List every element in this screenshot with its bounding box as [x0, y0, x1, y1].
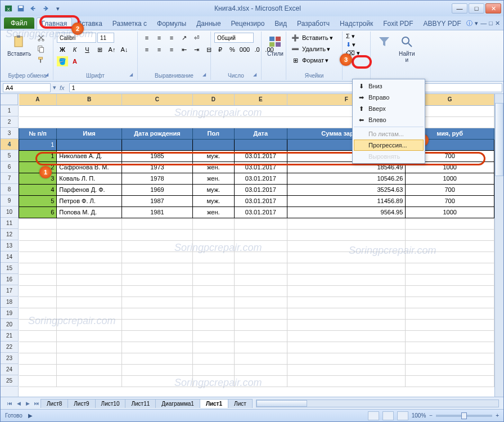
cell[interactable] — [287, 274, 406, 285]
cell[interactable]: 6 — [19, 206, 57, 218]
help-icon[interactable]: ⓘ — [466, 19, 472, 28]
cell[interactable]: 4 — [19, 184, 57, 195]
wrap-button[interactable]: ⏎ — [191, 33, 202, 43]
header-cell[interactable]: Имя — [57, 128, 122, 139]
sheet-tab[interactable]: Лист10 — [95, 399, 126, 408]
save-button[interactable] — [15, 3, 26, 14]
header-cell[interactable]: Дата рождения — [122, 128, 192, 139]
cell[interactable]: жен. — [192, 173, 234, 184]
row-header[interactable]: 19 — [1, 308, 18, 319]
cell[interactable] — [406, 240, 494, 252]
cell[interactable] — [192, 139, 234, 150]
sheet-nav-prev[interactable]: ◀ — [14, 401, 23, 406]
sheet-tab[interactable]: Диаграмма1 — [155, 399, 200, 408]
format-cells-button[interactable]: ⊞Формат ▾ — [290, 55, 328, 65]
cell[interactable] — [234, 308, 287, 319]
cell[interactable] — [57, 297, 122, 308]
col-header[interactable]: C — [122, 94, 192, 105]
sheet-nav-first[interactable]: ⏮ — [5, 401, 14, 406]
tab-dev[interactable]: Разработч — [292, 17, 335, 29]
cell[interactable]: 3 — [19, 173, 57, 184]
find-button[interactable]: Найти и — [397, 33, 417, 64]
row-header[interactable]: 11 — [1, 218, 18, 229]
file-tab[interactable]: Файл — [4, 17, 34, 29]
row-header[interactable]: 9 — [1, 195, 18, 206]
cell[interactable]: 03.01.2017 — [234, 173, 287, 184]
row-header[interactable]: 6 — [1, 161, 18, 173]
insert-cells-button[interactable]: ➕Вставить ▾ — [290, 33, 333, 43]
cell[interactable] — [192, 364, 234, 375]
autosum-button[interactable]: Σ ▾ — [346, 33, 355, 40]
cell[interactable] — [192, 274, 234, 285]
minimize-ribbon[interactable]: ▾ — [475, 20, 478, 27]
row-header[interactable]: 12 — [1, 229, 18, 240]
col-header[interactable]: D — [192, 94, 234, 105]
cell[interactable] — [287, 375, 406, 387]
cell[interactable]: 03.01.2017 — [234, 161, 287, 173]
sheet-nav-last[interactable]: ⏭ — [32, 401, 41, 406]
cell[interactable]: 1 — [19, 139, 57, 150]
cell[interactable] — [192, 285, 234, 297]
cell[interactable]: 03.01.2017 — [234, 184, 287, 195]
orient-button[interactable]: ↗ — [178, 33, 190, 43]
row-header[interactable]: 14 — [1, 252, 18, 263]
row-header[interactable]: 15 — [1, 263, 18, 274]
cell[interactable] — [192, 297, 234, 308]
cell[interactable] — [406, 263, 494, 274]
cell[interactable] — [406, 297, 494, 308]
cell[interactable]: 35254.63 — [287, 184, 406, 195]
cell[interactable]: 1000 — [406, 206, 494, 218]
italic-button[interactable]: К — [69, 44, 80, 55]
row-header[interactable]: 23 — [1, 353, 18, 364]
horizontal-scrollbar[interactable] — [256, 399, 499, 407]
cell[interactable] — [57, 229, 122, 240]
view-pagebreak[interactable] — [397, 411, 408, 420]
cell[interactable] — [122, 252, 192, 263]
cell[interactable] — [192, 252, 234, 263]
row-header[interactable]: 2 — [1, 116, 18, 128]
cell[interactable] — [57, 274, 122, 285]
cell[interactable] — [19, 297, 57, 308]
cell[interactable]: 1973 — [122, 161, 192, 173]
cell[interactable]: 1985 — [122, 150, 192, 161]
grow-font[interactable]: A↑ — [106, 44, 118, 55]
cell[interactable] — [122, 274, 192, 285]
cell[interactable] — [287, 252, 406, 263]
cell[interactable]: муж. — [192, 184, 234, 195]
align-center[interactable]: ≡ — [154, 44, 165, 55]
row-header[interactable]: 4 — [1, 139, 18, 150]
cell[interactable] — [57, 285, 122, 297]
currency-button[interactable]: ₽ — [214, 44, 226, 55]
row-header[interactable]: 18 — [1, 297, 18, 308]
cell[interactable] — [287, 229, 406, 240]
cell[interactable]: 5 — [19, 195, 57, 206]
cell[interactable] — [122, 263, 192, 274]
cell[interactable] — [57, 375, 122, 387]
cell[interactable]: Попова М. Д. — [57, 206, 122, 218]
cell[interactable] — [57, 218, 122, 229]
mdi-min[interactable]: — — [480, 20, 487, 26]
cell[interactable] — [234, 218, 287, 229]
cell[interactable] — [287, 353, 406, 364]
bold-button[interactable]: Ж — [57, 44, 68, 55]
tab-addins[interactable]: Надстройк — [335, 17, 378, 29]
row-header[interactable]: 8 — [1, 184, 18, 195]
fill-up[interactable]: ⬆Вверх — [354, 103, 424, 114]
undo-button[interactable] — [28, 3, 39, 14]
header-cell[interactable]: Пол — [192, 128, 234, 139]
cell[interactable]: 03.01.2017 — [234, 195, 287, 206]
delete-cells-button[interactable]: ➖Удалить ▾ — [290, 44, 330, 54]
cell[interactable] — [234, 375, 287, 387]
sheet-tab[interactable]: Лист1 — [200, 399, 228, 408]
cell[interactable] — [19, 229, 57, 240]
cell[interactable] — [287, 308, 406, 319]
cell[interactable] — [406, 375, 494, 387]
font-launcher[interactable]: ◢ — [129, 72, 136, 79]
cell[interactable] — [57, 353, 122, 364]
cell[interactable]: 1000 — [406, 173, 494, 184]
row-header[interactable]: 1 — [1, 105, 18, 116]
indent-inc[interactable]: ⇥ — [191, 44, 202, 55]
cell[interactable]: 1981 — [122, 206, 192, 218]
cell[interactable] — [192, 218, 234, 229]
percent-button[interactable]: % — [227, 44, 238, 55]
